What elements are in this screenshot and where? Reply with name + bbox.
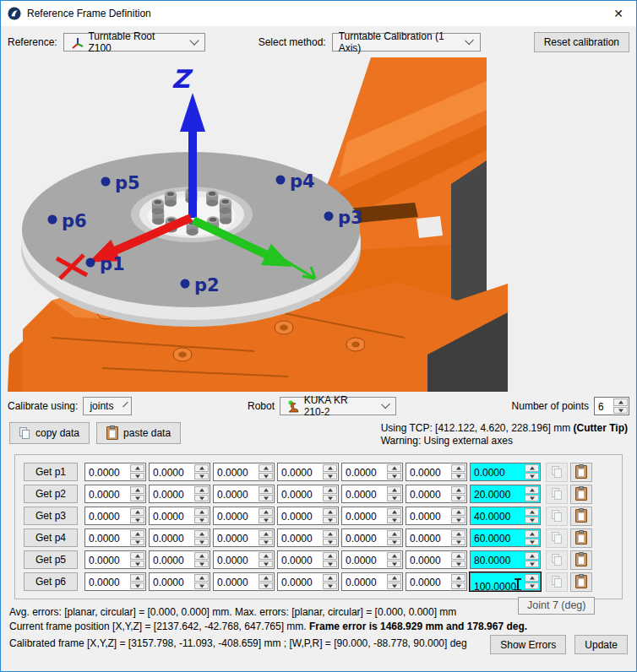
row-paste-button[interactable] (570, 550, 592, 570)
spinbox-stepper[interactable] (524, 529, 540, 546)
spinbox-stepper[interactable] (258, 485, 274, 502)
spinbox-stepper[interactable] (386, 463, 402, 480)
close-icon[interactable]: ✕ (606, 2, 631, 25)
joint-value-spinbox[interactable]: 0.0000 (149, 485, 210, 503)
spinbox-stepper[interactable] (193, 529, 210, 546)
joint-value-spinbox[interactable]: 0.0000 (149, 463, 210, 481)
spinbox-stepper[interactable] (322, 463, 338, 480)
spinbox-stepper[interactable] (386, 529, 402, 546)
paste-data-button[interactable]: paste data (96, 422, 181, 444)
joint-value-spinbox[interactable]: 0.0000 (84, 507, 146, 525)
joint-value-spinbox[interactable]: 0.0000 (406, 528, 467, 547)
joint-value-spinbox[interactable]: 0.0000 (84, 572, 146, 591)
spinbox-stepper[interactable] (258, 463, 274, 480)
spinbox-stepper[interactable] (258, 529, 274, 546)
joint-value-spinbox[interactable]: 100.0000 (470, 572, 541, 591)
row-paste-button[interactable] (570, 507, 592, 526)
spinbox-stepper[interactable] (129, 485, 145, 502)
joint-value-spinbox[interactable]: 0.0000 (277, 507, 339, 525)
row-paste-button[interactable] (570, 485, 592, 504)
get-point-button[interactable]: Get p5 (24, 550, 78, 569)
row-copy-button[interactable] (546, 507, 568, 526)
spinbox-stepper[interactable] (386, 551, 402, 568)
joint-value-spinbox[interactable]: 0.0000 (84, 485, 146, 503)
joint-value-spinbox[interactable]: 0.0000 (213, 550, 275, 569)
method-combobox[interactable]: Turntable Calibration (1 Axis) (332, 33, 481, 51)
joint-value-spinbox[interactable]: 0.0000 (149, 550, 210, 569)
joint-value-spinbox[interactable]: 0.0000 (277, 485, 339, 503)
spinbox-stepper[interactable] (524, 573, 540, 590)
joint-value-spinbox[interactable]: 0.0000 (277, 463, 339, 481)
get-point-button[interactable]: Get p2 (24, 485, 78, 503)
spinbox-stepper[interactable] (129, 551, 145, 568)
joint-value-spinbox[interactable]: 60.0000 (470, 528, 541, 547)
spinbox-stepper[interactable] (450, 507, 466, 524)
spinbox-stepper[interactable] (524, 507, 540, 524)
spinbox-stepper[interactable] (450, 529, 466, 546)
row-copy-button[interactable] (546, 528, 568, 548)
joint-value-spinbox[interactable]: 40.0000 (470, 507, 541, 525)
spinbox-stepper[interactable] (193, 551, 210, 568)
joint-value-spinbox[interactable]: 0.0000 (341, 550, 403, 569)
spinbox-stepper[interactable] (193, 463, 210, 480)
get-point-button[interactable]: Get p4 (24, 528, 78, 547)
joint-value-spinbox[interactable]: 20.0000 (470, 485, 541, 503)
spinbox-stepper[interactable] (524, 485, 540, 502)
joint-value-spinbox[interactable]: 0.0000 (84, 550, 146, 569)
viewport-3d[interactable]: Z p1p2p3p4p5p6 (1, 57, 636, 392)
spinbox-stepper[interactable] (322, 529, 338, 546)
row-copy-button[interactable] (546, 485, 568, 504)
spinbox-stepper[interactable] (386, 507, 402, 524)
joint-value-spinbox[interactable]: 0.0000 (277, 528, 339, 547)
update-button[interactable]: Update (574, 635, 628, 654)
spinbox-stepper[interactable] (612, 398, 629, 415)
spinbox-stepper[interactable] (193, 573, 210, 590)
row-copy-button[interactable] (546, 550, 568, 570)
joint-value-spinbox[interactable]: 0.0000 (406, 463, 467, 481)
copy-data-button[interactable]: copy data (9, 422, 90, 444)
spinbox-stepper[interactable] (450, 551, 466, 568)
calibrate-using-combobox[interactable]: joints (83, 397, 132, 415)
joint-value-spinbox[interactable]: 0.0000 (406, 507, 467, 525)
joint-value-spinbox[interactable]: 0.0000 (213, 507, 275, 525)
joint-value-spinbox[interactable]: 0.0000 (84, 463, 146, 481)
joint-value-spinbox[interactable]: 0.0000 (213, 528, 275, 547)
joint-value-spinbox[interactable]: 0.0000 (149, 528, 210, 547)
spinbox-stepper[interactable] (193, 485, 210, 502)
joint-value-spinbox[interactable]: 0.0000 (341, 463, 403, 481)
spinbox-stepper[interactable] (129, 573, 145, 590)
joint-value-spinbox[interactable]: 0.0000 (277, 550, 339, 569)
joint-value-spinbox[interactable]: 0.0000 (406, 572, 467, 591)
spinbox-stepper[interactable] (258, 551, 274, 568)
joint-value-spinbox[interactable]: 0.0000 (406, 550, 467, 569)
joint-value-spinbox[interactable]: 0.0000 (406, 485, 467, 503)
spinbox-stepper[interactable] (322, 507, 338, 524)
get-point-button[interactable]: Get p1 (24, 463, 78, 481)
joint-value-spinbox[interactable]: 0.0000 (341, 507, 403, 525)
spinbox-stepper[interactable] (450, 485, 466, 502)
joint-value-spinbox[interactable]: 0.0000 (149, 572, 210, 591)
spinbox-stepper[interactable] (193, 507, 210, 524)
spinbox-stepper[interactable] (524, 551, 540, 568)
joint-value-spinbox[interactable]: 0.0000 (213, 463, 275, 481)
joint-value-spinbox[interactable]: 0.0000 (213, 572, 275, 591)
get-point-button[interactable]: Get p3 (24, 507, 78, 525)
row-copy-button[interactable] (546, 572, 568, 592)
get-point-button[interactable]: Get p6 (24, 572, 78, 591)
joint-value-spinbox[interactable]: 0.0000 (341, 485, 403, 503)
spinbox-stepper[interactable] (129, 463, 145, 480)
spinbox-stepper[interactable] (322, 551, 338, 568)
spinbox-stepper[interactable] (524, 463, 540, 480)
spinbox-stepper[interactable] (129, 529, 145, 546)
num-points-spinbox[interactable]: 6 (594, 397, 629, 415)
spinbox-stepper[interactable] (129, 507, 145, 524)
spinbox-stepper[interactable] (258, 507, 274, 524)
joint-value-spinbox[interactable]: 0.0000 (470, 463, 541, 481)
joint-value-spinbox[interactable]: 0.0000 (341, 572, 403, 591)
joint-value-spinbox[interactable]: 80.0000 (470, 550, 541, 569)
spinbox-stepper[interactable] (450, 573, 466, 590)
spinbox-stepper[interactable] (386, 485, 402, 502)
spinbox-stepper[interactable] (258, 573, 274, 590)
joint-value-spinbox[interactable]: 0.0000 (277, 572, 339, 591)
spinbox-stepper[interactable] (322, 485, 338, 502)
